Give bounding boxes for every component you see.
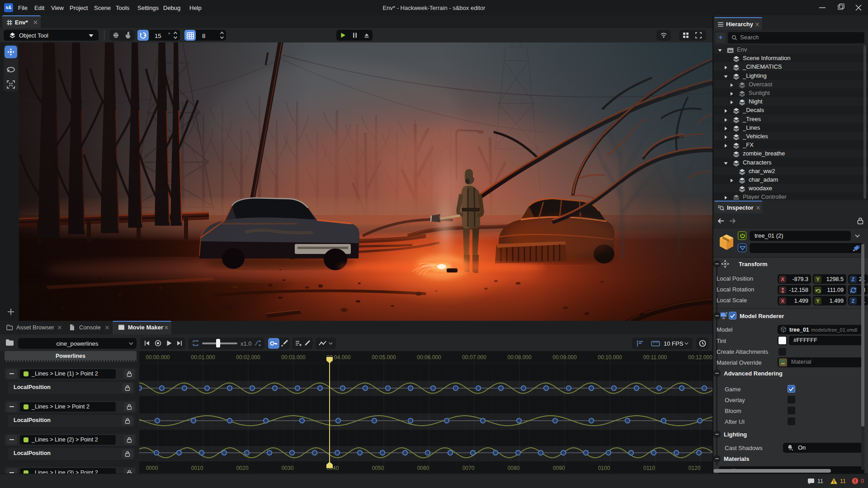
svg-text:0120: 0120: [689, 465, 701, 471]
svg-text:00:11.000: 00:11.000: [643, 354, 667, 361]
svg-text:0020: 0020: [236, 465, 249, 471]
svg-text:00:05.000: 00:05.000: [372, 354, 396, 361]
svg-text:00:12.000: 00:12.000: [688, 354, 712, 361]
svg-text:0110: 0110: [643, 465, 655, 471]
svg-text:00:07.000: 00:07.000: [462, 354, 486, 361]
svg-text:00:06.000: 00:06.000: [417, 354, 441, 361]
svg-text:00:01.000: 00:01.000: [191, 354, 215, 361]
svg-text:0000: 0000: [146, 465, 158, 471]
svg-text:0010: 0010: [191, 465, 203, 471]
svg-text:00:10.000: 00:10.000: [598, 354, 622, 361]
svg-text:00:09.000: 00:09.000: [552, 354, 577, 361]
svg-text:00:02.000: 00:02.000: [236, 354, 260, 361]
svg-text:0070: 0070: [462, 465, 475, 471]
svg-text:00:08.000: 00:08.000: [507, 354, 532, 361]
svg-text:0090: 0090: [553, 465, 565, 471]
svg-text:00:03.000: 00:03.000: [281, 354, 306, 361]
svg-text:0030: 0030: [282, 465, 294, 471]
svg-text:00:00.000: 00:00.000: [146, 354, 170, 361]
svg-text:0050: 0050: [372, 465, 384, 471]
svg-text:0100: 0100: [598, 465, 610, 471]
svg-text:0080: 0080: [508, 465, 520, 471]
svg-text:0060: 0060: [417, 465, 429, 471]
